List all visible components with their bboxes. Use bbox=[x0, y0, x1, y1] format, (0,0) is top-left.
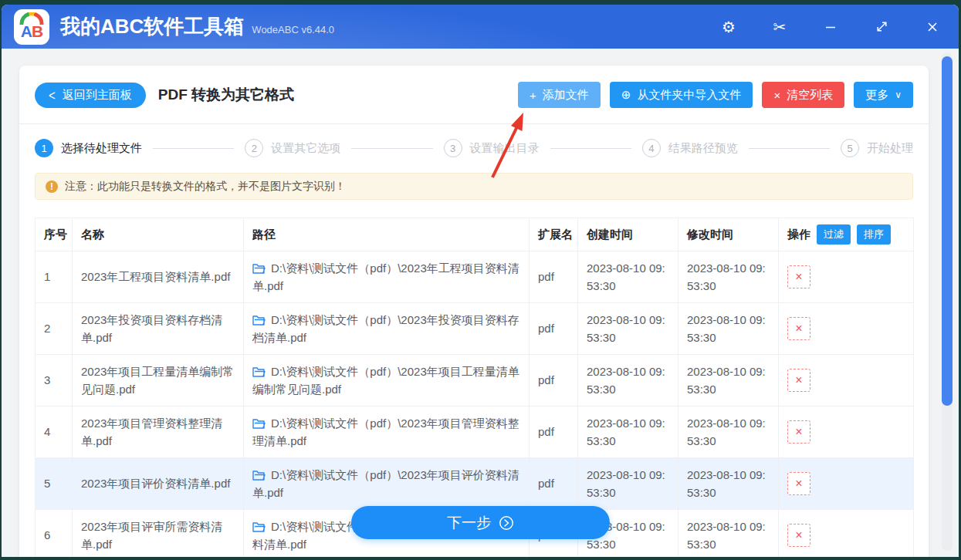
chevron-left-icon: < bbox=[49, 87, 56, 103]
step-5-start: 5 开始处理 bbox=[841, 139, 913, 157]
cell-modified: 2023-08-10 09:53:30 bbox=[678, 355, 779, 407]
header-path: 路径 bbox=[244, 218, 530, 251]
step-connector bbox=[153, 148, 234, 149]
cell-modified: 2023-08-10 09:53:30 bbox=[678, 458, 779, 510]
logo-letters: AB bbox=[21, 23, 42, 39]
cell-modified: 2023-08-10 09:53:30 bbox=[678, 510, 779, 558]
vertical-scrollbar-thumb[interactable] bbox=[942, 56, 953, 406]
add-files-button[interactable]: + 添加文件 bbox=[518, 82, 601, 108]
vertical-scrollbar-track[interactable] bbox=[942, 52, 953, 551]
step-3-output-dir: 3 设置输出目录 bbox=[444, 139, 540, 157]
close-icon[interactable] bbox=[923, 21, 942, 33]
delete-row-button[interactable]: × bbox=[787, 265, 810, 288]
table-row[interactable]: 4 2023年项目管理资料整理清单.pdf D:\资料\测试文件（pdf）\20… bbox=[36, 407, 914, 458]
x-icon: × bbox=[773, 89, 780, 102]
step-2-label: 设置其它选项 bbox=[271, 141, 340, 156]
folder-icon bbox=[252, 315, 266, 326]
app-logo: AB bbox=[14, 9, 49, 45]
delete-row-button[interactable]: × bbox=[787, 317, 810, 340]
step-connector bbox=[351, 148, 432, 149]
cell-name: 2023年项目评审所需资料清单.pdf bbox=[73, 510, 244, 558]
filter-button[interactable]: 过滤 bbox=[817, 224, 851, 245]
toolbar: < 返回到主面板 PDF 转换为其它格式 + 添加文件 ⊕ 从文件夹中导入文件 … bbox=[19, 66, 929, 108]
import-from-folder-button[interactable]: ⊕ 从文件夹中导入文件 bbox=[610, 82, 753, 108]
cell-ext: pdf bbox=[530, 458, 578, 510]
cell-index: 3 bbox=[36, 355, 73, 407]
cell-name: 2023年项目工程量清单编制常见问题.pdf bbox=[73, 355, 244, 407]
header-ext: 扩展名 bbox=[530, 218, 578, 251]
back-to-main-button[interactable]: < 返回到主面板 bbox=[35, 83, 146, 108]
step-2-number: 2 bbox=[245, 139, 263, 157]
cell-name: 2023年投资项目资料存档清单.pdf bbox=[73, 303, 244, 355]
cell-created: 2023-08-10 09:53:30 bbox=[578, 355, 678, 407]
import-folder-label: 从文件夹中导入文件 bbox=[637, 88, 741, 103]
step-3-number: 3 bbox=[444, 139, 462, 157]
cell-modified: 2023-08-10 09:53:30 bbox=[678, 407, 779, 458]
cell-index: 5 bbox=[36, 458, 73, 510]
folder-icon bbox=[252, 521, 266, 532]
step-3-label: 设置输出目录 bbox=[470, 141, 540, 156]
cell-path: D:\资料\测试文件（pdf）\2023年项目评价资料清单.pdf bbox=[244, 458, 530, 510]
page-title: PDF 转换为其它格式 bbox=[158, 85, 294, 105]
step-4-result-preview: 4 结果路径预览 bbox=[642, 139, 738, 157]
back-button-label: 返回到主面板 bbox=[63, 88, 132, 103]
header-index: 序号 bbox=[36, 218, 73, 251]
step-5-label: 开始处理 bbox=[867, 141, 913, 156]
table-row[interactable]: 1 2023年工程项目资料清单.pdf D:\资料\测试文件（pdf）\2023… bbox=[36, 251, 914, 303]
step-1-select-files: 1 选择待处理文件 bbox=[35, 139, 142, 157]
table-row-highlighted[interactable]: 5 2023年项目评价资料清单.pdf D:\资料\测试文件（pdf）\2023… bbox=[36, 458, 914, 510]
step-4-label: 结果路径预览 bbox=[668, 141, 738, 156]
folder-icon bbox=[252, 263, 266, 274]
chevron-down-icon: ∨ bbox=[895, 89, 902, 100]
cell-index: 2 bbox=[36, 303, 73, 355]
cell-ext: pdf bbox=[530, 355, 578, 407]
cell-index: 4 bbox=[36, 407, 73, 458]
cell-index: 1 bbox=[36, 251, 73, 303]
header-name: 名称 bbox=[73, 218, 244, 251]
warning-exclamation-icon: ! bbox=[46, 180, 58, 193]
delete-row-button[interactable]: × bbox=[787, 369, 810, 392]
folder-icon bbox=[252, 470, 266, 481]
cell-path: D:\资料\测试文件（pdf）\2023年项目管理资料整理清单.pdf bbox=[244, 407, 530, 458]
more-label: 更多 bbox=[865, 88, 888, 103]
cell-created: 2023-08-10 09:53:30 bbox=[578, 303, 678, 355]
cell-ext: pdf bbox=[530, 407, 578, 458]
clear-list-button[interactable]: × 清空列表 bbox=[762, 82, 844, 108]
logo-rainbow-arc bbox=[19, 12, 44, 25]
step-indicator: 1 选择待处理文件 2 设置其它选项 3 设置输出目录 4 结果路径预览 5 开… bbox=[19, 124, 929, 157]
cell-modified: 2023-08-10 09:53:30 bbox=[678, 303, 779, 355]
clear-list-label: 清空列表 bbox=[787, 88, 833, 103]
delete-row-button[interactable]: × bbox=[787, 472, 810, 495]
plus-icon: + bbox=[530, 89, 536, 102]
table-header-row: 序号 名称 路径 扩展名 创建时间 修改时间 操作 过滤 排序 bbox=[36, 218, 914, 251]
delete-row-button[interactable]: × bbox=[787, 524, 810, 547]
main-panel: < 返回到主面板 PDF 转换为其它格式 + 添加文件 ⊕ 从文件夹中导入文件 … bbox=[19, 66, 929, 557]
cell-created: 2023-08-10 09:53:30 bbox=[578, 251, 678, 303]
circle-arrow-right-icon bbox=[499, 515, 514, 531]
delete-row-button[interactable]: × bbox=[787, 420, 810, 444]
step-5-number: 5 bbox=[841, 139, 859, 157]
minimize-icon[interactable] bbox=[821, 21, 840, 33]
app-window: AB 我的ABC软件工具箱 WodeABC v6.44.0 ⚙ ✂ bbox=[2, 5, 959, 557]
cell-modified: 2023-08-10 09:53:30 bbox=[678, 251, 779, 303]
cell-ext: pdf bbox=[530, 303, 578, 355]
table-row[interactable]: 3 2023年项目工程量清单编制常见问题.pdf D:\资料\测试文件（pdf）… bbox=[36, 355, 914, 407]
folder-icon bbox=[252, 366, 266, 377]
next-step-button[interactable]: 下一步 bbox=[351, 506, 610, 539]
scissors-icon[interactable]: ✂ bbox=[770, 19, 789, 35]
table-row[interactable]: 2 2023年投资项目资料存档清单.pdf D:\资料\测试文件（pdf）\20… bbox=[36, 303, 914, 355]
maximize-resize-icon[interactable] bbox=[872, 20, 891, 33]
step-4-number: 4 bbox=[642, 139, 661, 157]
cell-created: 2023-08-10 09:53:30 bbox=[578, 407, 678, 458]
sort-button[interactable]: 排序 bbox=[857, 224, 891, 245]
more-button[interactable]: 更多 ∨ bbox=[854, 82, 913, 108]
settings-gear-icon[interactable]: ⚙ bbox=[719, 19, 738, 35]
cell-path: D:\资料\测试文件（pdf）\2023年工程项目资料清单.pdf bbox=[244, 251, 530, 303]
notice-text: 注意：此功能只是转换文件的格式，并不是图片文字识别！ bbox=[65, 180, 346, 194]
cell-name: 2023年项目评价资料清单.pdf bbox=[73, 458, 244, 510]
header-created: 创建时间 bbox=[578, 218, 678, 251]
step-2-options: 2 设置其它选项 bbox=[245, 139, 340, 157]
cell-ext: pdf bbox=[530, 251, 578, 303]
step-1-label: 选择待处理文件 bbox=[61, 141, 142, 156]
cell-index: 6 bbox=[36, 510, 73, 558]
